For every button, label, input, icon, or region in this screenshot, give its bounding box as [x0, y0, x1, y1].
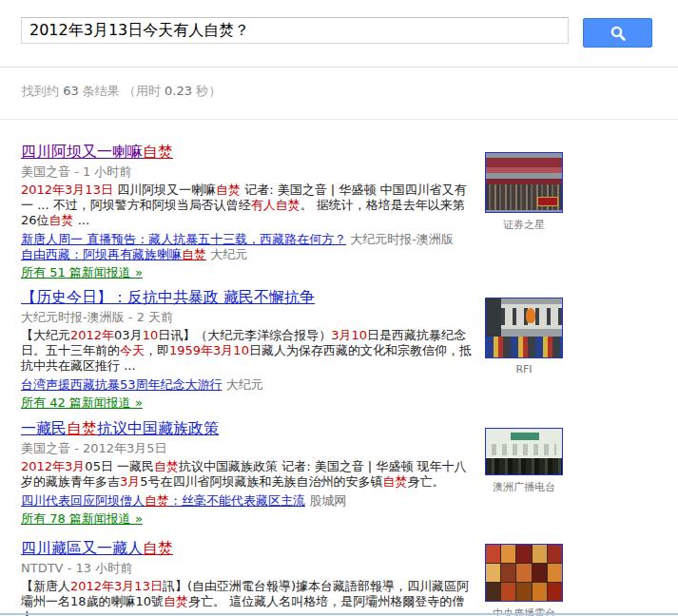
result-sublink-link[interactable]: 四川代表回应阿坝僧人自焚：丝毫不能代表藏区主流 — [21, 493, 305, 508]
result-source: 美国之音 - 2012年3月5日 — [21, 441, 477, 456]
stats-text: 找到约 — [22, 84, 63, 98]
result-title-segment: 自焚 — [143, 143, 173, 161]
result-snippet-segment: 2012年3月 — [21, 459, 85, 473]
sublink-attribution: 大纪元时报-澳洲版 — [346, 232, 454, 246]
result-source: 美国之音 - 1 小时前 — [21, 164, 477, 180]
thumbnail-caption: RFI — [485, 363, 563, 375]
result-snippet-segment: 3月10 — [331, 328, 367, 342]
result-sublink-segment: 自焚 — [145, 493, 169, 508]
result-sublink-segment: 台湾声援西藏抗暴53周年纪念大游行 — [21, 377, 223, 392]
result-title-segment: 自焚 — [67, 419, 97, 437]
result-snippet-segment: 【新唐人 — [21, 579, 70, 593]
search-result-3: 一藏民自焚抗议中国藏族政策美国之音 - 2012年3月5日2012年3月05日 … — [21, 419, 477, 527]
all-news-coverage-link[interactable]: 所有 51 篇新闻报道 » — [21, 265, 143, 280]
result-snippet-segment: 2012年 — [70, 328, 114, 342]
result-title-link[interactable]: 【历史今日】：反抗中共暴政 藏民不懈抗争 — [21, 288, 477, 306]
stats-text: 63 — [63, 84, 79, 98]
result-title-link[interactable]: 一藏民自焚抗议中国藏族政策 — [21, 419, 477, 437]
search-result-4: 四川藏區又一藏人自焚NTDTV - 13 小时前【新唐人2012年3月13日訊】… — [21, 539, 477, 616]
result-title-segment: 一藏民 — [21, 419, 67, 437]
result-snippet-segment: 有人自焚 — [251, 198, 300, 212]
search-result-2: 【历史今日】：反抗中共暴政 藏民不懈抗争大纪元时报-澳洲版 - 2 天前【大纪元… — [21, 288, 477, 411]
result-snippet-segment: 2012年3月13日 — [21, 183, 113, 197]
result-snippet-segment: 日讯】（大纪元李洋综合报导） — [158, 328, 331, 342]
result-snippet: 【新唐人2012年3月13日訊】(自由亞洲電台報導)據本台藏語部報導，四川藏區阿… — [21, 579, 477, 616]
result-title-segment: 【历史今日】：反抗中共暴政 藏民不懈抗争 — [21, 288, 315, 306]
result-snippet-segment: 【大纪元 — [21, 328, 70, 342]
search-button[interactable] — [583, 18, 652, 48]
result-thumbnail-4: 中央廣播電台 — [485, 544, 563, 616]
search-result-1: 四川阿坝又一喇嘛自焚美国之音 - 1 小时前2012年3月13日 四川阿坝又一喇… — [21, 143, 477, 280]
result-snippet-segment: 2012年3月13日 — [70, 579, 163, 593]
result-snippet-segment: 03月 — [114, 328, 143, 342]
thumbnail-caption: 证券之星 — [485, 218, 563, 232]
result-thumbnail-image[interactable] — [485, 428, 563, 475]
result-source: NTDTV - 13 小时前 — [21, 561, 477, 576]
result-sublink-link[interactable]: 台湾声援西藏抗暴53周年纪念大游行 — [21, 377, 223, 392]
thumbnail-caption: 澳洲广播电台 — [485, 480, 563, 494]
result-sublink-link[interactable]: 新唐人周一 直播预告：藏人抗暴五十三载，西藏路在何方？ — [21, 232, 346, 246]
result-snippet-segment: 3月 — [120, 474, 140, 489]
result-thumbnail-image[interactable] — [485, 298, 563, 358]
stats-divider — [0, 119, 678, 120]
result-snippet-segment: 1959年3月10 — [169, 343, 249, 357]
stats-text: 0.23 — [165, 84, 192, 98]
result-thumbnail-3: 澳洲广播电台 — [485, 428, 563, 494]
result-snippet-segment: 10 — [143, 328, 159, 342]
all-news-coverage-link[interactable]: 所有 78 篇新闻报道 » — [21, 511, 143, 527]
all-news-coverage-link[interactable]: 所有 42 篇新闻报道 » — [21, 395, 143, 411]
result-snippet: 【大纪元2012年03月10日讯】（大纪元李洋综合报导）3月10日是西藏抗暴纪念… — [21, 328, 477, 374]
result-sublink-segment: 新唐人周一 直播预告：藏人抗暴五十三载，西藏路在何方？ — [21, 232, 346, 246]
result-snippet-segment: 四川阿坝又一喇嘛 — [113, 183, 216, 197]
results-stats: 找到约 63 条结果 （用时 0.23 秒） — [22, 83, 221, 100]
result-title-link[interactable]: 四川阿坝又一喇嘛自焚 — [21, 143, 477, 161]
result-title-segment: 自焚 — [143, 539, 173, 557]
result-title-segment: 抗议中国藏族政策 — [97, 419, 219, 437]
result-sublink: 四川代表回应阿坝僧人自焚：丝毫不能代表藏区主流 股城网 — [21, 493, 477, 509]
result-title-segment: 四川藏區又一藏人 — [21, 539, 143, 557]
result-snippet: 2012年3月13日 四川阿坝又一喇嘛自焚 记者: 美国之音 | 华盛顿 中国四… — [21, 183, 477, 228]
result-sublink-segment: 自由西藏：阿坝再有藏族喇嘛 — [21, 247, 182, 261]
search-icon — [610, 25, 627, 42]
result-snippet-segment: 5号在四川省阿坝藏族和羌族自治州的安多镇 — [140, 474, 382, 489]
result-sublink: 台湾声援西藏抗暴53周年纪念大游行 大纪元 — [21, 377, 477, 393]
sublink-attribution: 大纪元 — [206, 247, 247, 261]
result-thumbnail-image[interactable] — [485, 152, 563, 213]
result-sublink-segment: 自焚 — [182, 247, 206, 261]
result-thumbnail-2: RFI — [485, 298, 563, 375]
result-snippet-segment: 自焚 — [216, 183, 241, 197]
footer-divider — [0, 613, 678, 615]
result-snippet-segment: 自焚 — [154, 459, 179, 473]
result-snippet-segment: ... — [74, 213, 90, 227]
result-title-link[interactable]: 四川藏區又一藏人自焚 — [21, 539, 477, 557]
result-snippet: 2012年3月05日 一藏民自焚抗议中国藏族政策 记者: 美国之音 | 华盛顿 … — [21, 459, 477, 490]
stats-text: 条结果 （用时 — [79, 84, 165, 98]
result-snippet-segment: 自焚 — [383, 474, 408, 489]
result-sublink-segment: ：丝毫不能代表藏区主流 — [169, 493, 305, 508]
result-title-segment: 四川阿坝又一喇嘛 — [21, 143, 143, 161]
result-source: 大纪元时报-澳洲版 - 2 天前 — [21, 310, 477, 325]
search-input[interactable] — [21, 17, 569, 44]
sublink-attribution: 股城网 — [305, 493, 346, 508]
result-snippet-segment: 身亡。 — [408, 474, 445, 489]
result-sublink-link[interactable]: 自由西藏：阿坝再有藏族喇嘛自焚 — [21, 247, 206, 261]
result-snippet-segment: 自焚 — [49, 213, 74, 227]
result-snippet-segment: 自焚 — [164, 594, 188, 608]
result-sublink: 新唐人周一 直播预告：藏人抗暴五十三载，西藏路在何方？ 大纪元时报-澳洲版 — [21, 232, 477, 247]
result-snippet-segment: ，即 — [145, 343, 169, 357]
header-divider — [0, 67, 678, 67]
result-sublink: 自由西藏：阿坝再有藏族喇嘛自焚 大纪元 — [21, 247, 477, 262]
result-snippet-segment: 05日 一藏民 — [85, 459, 154, 473]
sublink-attribution: 大纪元 — [223, 377, 263, 392]
result-thumbnail-1: 证券之星 — [485, 152, 563, 232]
result-snippet-segment: 今天 — [120, 343, 145, 357]
result-thumbnail-image[interactable] — [485, 544, 563, 602]
result-sublink-segment: 四川代表回应阿坝僧人 — [21, 493, 145, 508]
stats-text: 秒） — [192, 84, 221, 98]
